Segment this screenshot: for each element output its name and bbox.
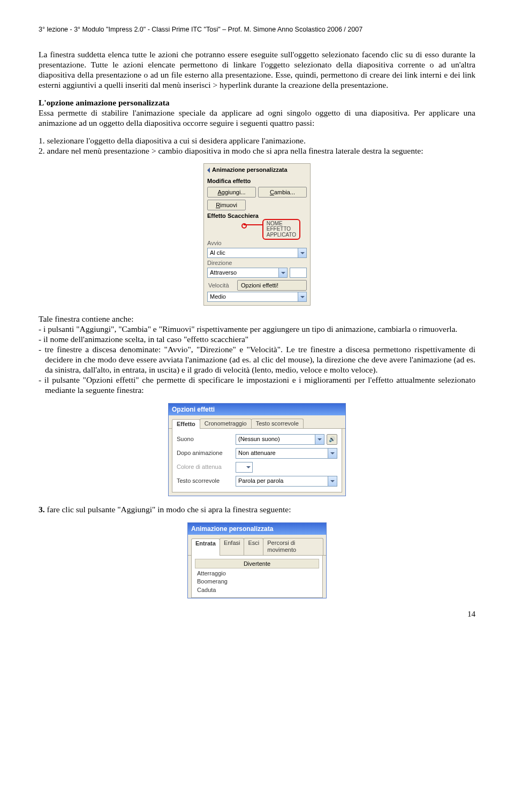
- tab-percorsi[interactable]: Percorsi di movimento: [263, 538, 323, 555]
- page-number: 14: [39, 609, 475, 619]
- panel3-titlebar: Animazione personalizzata: [188, 523, 326, 535]
- effect-item-boomerang[interactable]: Boomerang: [195, 578, 319, 586]
- step-3-paragraph: 3. fare clic sul pulsante "Aggiungi" in …: [39, 505, 475, 515]
- step-3-number: 3.: [39, 505, 45, 514]
- dropdown-arrow-icon: [298, 248, 306, 257]
- dropdown-arrow-icon: [328, 449, 337, 458]
- label-modifica-effetto: Modifica effetto: [206, 178, 308, 185]
- panel-animazione-effetti-list: Animazione personalizzata Entrata Enfasi…: [187, 522, 327, 598]
- dropdown-arrow-icon: [328, 476, 337, 486]
- step-1: 1. selezionare l'oggetto della diapositi…: [39, 136, 475, 146]
- aggiungi-button[interactable]: Aggiungi...: [207, 187, 256, 198]
- dropdown-arrow-icon: [315, 435, 324, 444]
- dopo-animazione-value: Non attenuare: [236, 450, 328, 457]
- step-3-body: fare clic sul pulsante "Aggiungi" in mod…: [47, 505, 291, 514]
- dropdown-arrow-icon: [298, 292, 306, 301]
- opzioni-effetti-button[interactable]: Opzioni effetti!: [237, 280, 307, 291]
- velocita-select[interactable]: Medio: [207, 292, 307, 302]
- panel2-titlebar: Opzioni effetti: [169, 404, 345, 415]
- effect-item-caduta[interactable]: Caduta: [195, 586, 319, 594]
- panel1-title: Animazione personalizzata: [212, 166, 307, 173]
- callout-line-2: EFFETTO: [267, 226, 291, 232]
- paragraph-intro: La finestra suddetta elenca tutte le azi…: [39, 50, 475, 90]
- panel-animazione-personalizzata: Animazione personalizzata Modifica effet…: [203, 163, 311, 306]
- panel-opzioni-effetti: Opzioni effetti Effetto Cronometraggio T…: [168, 403, 346, 496]
- heading-opzione: L'opzione animazione personalizzata: [39, 98, 170, 107]
- section-opzione: L'opzione animazione personalizzata Essa…: [39, 98, 475, 128]
- label-velocita: Velocità: [207, 282, 235, 289]
- testo-scorrevole-select[interactable]: Parola per parola: [236, 476, 337, 487]
- tab-entrata[interactable]: Entrata: [191, 538, 220, 556]
- suono-value: (Nessun suono): [236, 436, 315, 443]
- direzione-select[interactable]: Attraverso: [207, 268, 288, 278]
- paragraph-tale-finestra: Tale finestra contiene anche:: [39, 314, 475, 324]
- label-colore-attenua: Colore di attenua: [177, 464, 236, 470]
- suono-select[interactable]: (Nessun suono): [236, 434, 324, 445]
- direzione-extra-input[interactable]: [290, 268, 307, 278]
- speaker-icon[interactable]: [327, 434, 337, 445]
- cambia-button[interactable]: Cambia...: [258, 187, 307, 198]
- dropdown-arrow-icon: [278, 268, 287, 277]
- label-avvio: Avvio: [206, 240, 308, 247]
- bullet-finestre-discesa: - tre finestre a discesa denominate: "Av…: [39, 345, 475, 375]
- tab-effetto[interactable]: Effetto: [172, 419, 200, 429]
- bullet-nome-animazione: - il nome dell'animazione scelta, in tal…: [39, 335, 475, 345]
- label-suono: Suono: [177, 436, 236, 443]
- tab-esci[interactable]: Esci: [244, 538, 263, 555]
- label-direzione: Direzione: [206, 260, 308, 267]
- step-2: 2. andare nel menù presentazione > cambi…: [39, 146, 475, 156]
- paragraph-opzione-desc: Essa permette di stabilire l'animazione …: [39, 108, 475, 127]
- callout-line-1: NOME: [267, 221, 283, 226]
- callout-nome-effetto-applicato: NOME EFFETTO APPLICATO: [262, 219, 300, 240]
- tab-testo-scorrevole[interactable]: Testo scorrevole: [251, 419, 304, 428]
- colore-attenua-swatch: [236, 462, 253, 473]
- rimuovi-button[interactable]: Rimuovi: [207, 200, 246, 210]
- tab-enfasi[interactable]: Enfasi: [220, 538, 245, 555]
- testo-scorrevole-value: Parola per parola: [236, 477, 328, 484]
- direzione-value: Attraverso: [208, 269, 278, 276]
- dopo-animazione-select[interactable]: Non attenuare: [236, 448, 337, 459]
- category-divertente: Divertente: [195, 559, 319, 568]
- bullet-opzioni-effetti: - il pulsante "Opzioni effetti" che perm…: [39, 375, 475, 396]
- bullet-pulsanti: - i pulsanti "Aggiungi", "Cambia" e "Rim…: [39, 324, 475, 335]
- velocita-value: Medio: [208, 293, 298, 300]
- avvio-select[interactable]: Al clic: [207, 248, 307, 258]
- effect-item-atterraggio[interactable]: Atterraggio: [195, 570, 319, 578]
- label-dopo-animazione: Dopo animazione: [177, 450, 236, 457]
- avvio-value: Al clic: [208, 249, 298, 256]
- tab-cronometraggio[interactable]: Cronometraggio: [200, 419, 252, 428]
- label-testo-scorrevole: Testo scorrevole: [177, 477, 236, 484]
- chevron-left-icon: [207, 168, 210, 173]
- callout-line-3: APPLICATO: [267, 232, 296, 238]
- page-header: 3° lezione - 3° Modulo "Impress 2.0" - C…: [39, 26, 475, 34]
